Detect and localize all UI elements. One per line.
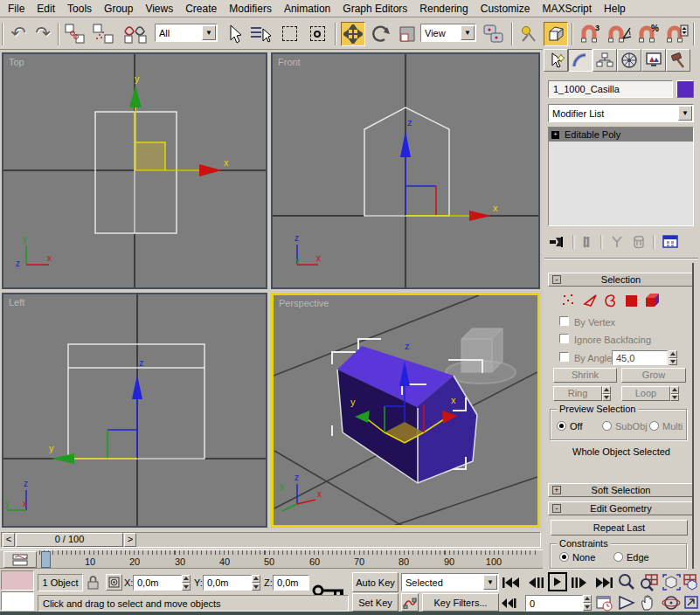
gizmo-z-arrow[interactable] — [132, 375, 142, 399]
modifier-list-dropdown[interactable]: Modifier List ▼ — [548, 104, 694, 122]
redo-icon[interactable]: ↷ — [31, 21, 54, 45]
tab-create[interactable] — [544, 49, 568, 72]
menu-maxscript[interactable]: MAXScript — [536, 0, 598, 17]
auto-key-button[interactable]: Auto Key — [352, 572, 399, 592]
set-key-button[interactable]: Set Key — [352, 593, 399, 612]
time-configuration-button[interactable] — [596, 595, 613, 612]
tab-hierarchy[interactable] — [593, 49, 617, 72]
dropdown-arrow-icon[interactable]: ▼ — [483, 575, 497, 590]
rollout-edit-geometry[interactable]: - Edit Geometry — [548, 501, 694, 515]
keyboard-shortcut-override-icon[interactable] — [544, 22, 568, 46]
maxscript-listener-mini[interactable] — [1, 591, 34, 611]
modifier-stack[interactable]: + Editable Poly — [548, 127, 694, 226]
go-to-end-button[interactable] — [593, 574, 614, 591]
unlink-selection-icon[interactable] — [91, 22, 115, 45]
by-angle-spinner[interactable] — [669, 350, 677, 365]
current-frame-indicator[interactable] — [41, 551, 51, 568]
shrink-button[interactable]: Shrink — [553, 368, 617, 383]
ring-button[interactable]: Ring — [553, 386, 602, 401]
time-slider-prev-button[interactable]: < — [3, 533, 15, 547]
select-and-link-icon[interactable] — [63, 22, 87, 45]
tab-utilities[interactable] — [666, 49, 690, 72]
percent-snap-toggle-icon[interactable]: % — [635, 22, 662, 46]
ring-spinner[interactable] — [602, 386, 611, 401]
viewport-top[interactable]: y x y x z Top — [2, 52, 267, 289]
menu-views[interactable]: Views — [139, 0, 179, 17]
collapse-icon[interactable]: - — [552, 275, 561, 284]
gizmo-x-arrow[interactable] — [469, 211, 491, 221]
y-spinner[interactable] — [252, 575, 260, 591]
gizmo-x-arrow[interactable] — [199, 164, 222, 176]
menu-animation[interactable]: Animation — [278, 0, 336, 17]
tab-display[interactable] — [641, 49, 666, 72]
gizmo-xy-plane[interactable] — [135, 142, 165, 170]
menu-help[interactable]: Help — [598, 0, 632, 17]
object-name-field[interactable]: 1_1000_Casilla — [548, 80, 673, 98]
by-angle-checkbox[interactable] — [559, 352, 569, 362]
time-slider-next-button[interactable]: > — [124, 533, 136, 547]
by-angle-field[interactable]: 45,0 — [612, 350, 668, 365]
viewport-left[interactable]: z y z y x Left — [2, 293, 267, 528]
viewport-front[interactable]: z x z x y Front — [271, 52, 540, 289]
macro-recorder-mini[interactable] — [1, 570, 34, 591]
gizmo-y-arrow[interactable] — [129, 86, 142, 107]
z-coordinate-field[interactable]: 0,0m — [273, 575, 309, 591]
ignore-backfacing-checkbox[interactable] — [559, 334, 569, 343]
dropdown-arrow-icon[interactable]: ▼ — [678, 106, 692, 121]
select-and-rotate-icon[interactable] — [369, 22, 393, 46]
menu-modifiers[interactable]: Modifiers — [223, 0, 278, 17]
gizmo-z-arrow[interactable] — [400, 131, 411, 157]
preview-multi-radio[interactable] — [649, 421, 659, 431]
select-and-scale-icon[interactable] — [396, 22, 419, 46]
select-object-icon[interactable] — [223, 22, 246, 45]
frame-spinner[interactable] — [583, 595, 592, 611]
go-to-start-button[interactable] — [501, 574, 522, 591]
rollout-soft-selection[interactable]: + Soft Selection — [548, 483, 694, 497]
snaps-toggle-icon[interactable]: 3 — [576, 22, 602, 46]
selection-set-dropdown[interactable]: Selected ▼ — [401, 573, 499, 591]
panel-scrollbar[interactable] — [692, 263, 694, 569]
modifier-stack-row[interactable]: + Editable Poly — [549, 128, 693, 142]
previous-frame-button[interactable] — [527, 574, 546, 591]
constraint-none-radio[interactable] — [559, 552, 569, 562]
preview-off-radio[interactable] — [557, 421, 566, 431]
default-in-out-tangent-icon[interactable] — [401, 593, 419, 612]
window-crossing-icon[interactable] — [305, 22, 329, 45]
menu-customize[interactable]: Customize — [475, 0, 537, 17]
menu-edit[interactable]: Edit — [31, 0, 61, 17]
spinner-snap-toggle-icon[interactable] — [663, 22, 690, 46]
undo-icon[interactable]: ↶ — [7, 21, 30, 45]
select-and-move-icon[interactable] — [341, 22, 365, 46]
preview-subobj-radio[interactable] — [602, 421, 612, 431]
y-coordinate-field[interactable]: 0,0m — [203, 575, 252, 591]
bind-to-space-warp-icon[interactable] — [121, 22, 150, 45]
field-of-view-button[interactable] — [617, 594, 637, 612]
menu-graph-editors[interactable]: Graph Editors — [336, 0, 413, 17]
rectangular-selection-region-icon[interactable] — [278, 22, 301, 45]
collapse-icon[interactable]: - — [552, 504, 561, 513]
loop-button[interactable]: Loop — [621, 386, 670, 401]
x-spinner[interactable] — [182, 575, 191, 591]
track-bar[interactable]: 0 10 20 30 40 50 60 70 80 90 100 — [0, 549, 543, 569]
select-and-manipulate-icon[interactable] — [517, 22, 540, 46]
angle-snap-toggle-icon[interactable] — [605, 22, 633, 46]
expand-icon[interactable]: + — [552, 486, 561, 494]
tab-motion[interactable] — [617, 49, 641, 72]
viewport-perspective[interactable]: z y x z x y Perspective — [271, 293, 540, 528]
gizmo-y-arrow[interactable] — [52, 453, 74, 464]
repeat-last-button[interactable]: Repeat Last — [551, 520, 688, 536]
tab-modify[interactable] — [568, 49, 593, 72]
zoom-extents-button[interactable] — [662, 573, 682, 591]
grow-button[interactable]: Grow — [621, 368, 686, 383]
zoom-extents-all-button[interactable] — [683, 573, 700, 591]
expand-icon[interactable]: + — [551, 131, 559, 139]
pan-view-button[interactable] — [639, 594, 659, 612]
by-vertex-checkbox[interactable] — [559, 316, 569, 326]
key-mode-toggle[interactable] — [499, 595, 518, 612]
x-coordinate-field[interactable]: 0,0m — [133, 575, 182, 591]
next-frame-button[interactable] — [570, 574, 589, 591]
arc-rotate-button[interactable] — [662, 594, 682, 612]
selection-filter-dropdown[interactable]: All ▼ — [155, 24, 218, 42]
min-max-toggle-button[interactable] — [683, 594, 700, 612]
use-pivot-point-center-icon[interactable] — [481, 22, 507, 46]
